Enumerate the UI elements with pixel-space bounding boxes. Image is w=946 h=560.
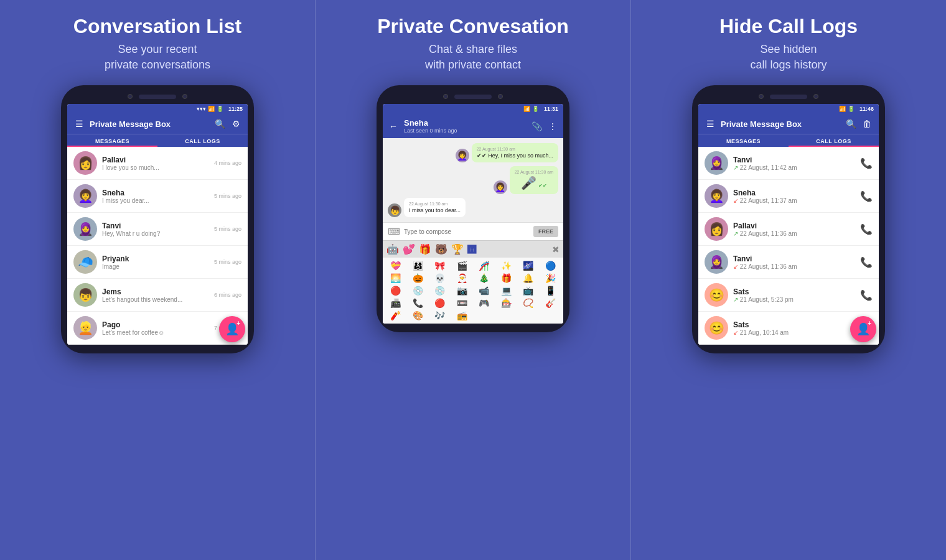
- more-icon[interactable]: ⋮: [547, 121, 558, 131]
- menu-icon-3[interactable]: ☰: [705, 119, 716, 129]
- emoji-36[interactable]: 📻: [452, 310, 473, 321]
- attachment-icon[interactable]: 📎: [531, 121, 542, 131]
- phone-2: 📶 🔋 11:31 ← Sneha Last seen 0 mins ago 📎…: [377, 85, 569, 332]
- emoji-24[interactable]: 📱: [540, 285, 561, 296]
- menu-icon-1[interactable]: ☰: [73, 119, 85, 129]
- avatar-call-pallavi-1: 👩: [705, 217, 728, 241]
- plus-icon-3: +: [868, 320, 871, 327]
- avatar-call-tanvi-2: 🧕: [705, 250, 728, 274]
- call-item-sneha-1[interactable]: 👩‍🦱 Sneha ↙ 22 August, 11:37 am 📞: [698, 180, 879, 213]
- emoji-14[interactable]: 🎁: [496, 273, 517, 284]
- settings-icon-1[interactable]: ⚙: [230, 119, 241, 129]
- convo-item-tanvi[interactable]: 🧕 Tanvi Hey, What r u doing? 5 mins ago: [67, 213, 248, 246]
- emoji-toolbar: 🤖 💕 🎁 🐻 🏆 🅰 ✖: [383, 240, 563, 258]
- emoji-31[interactable]: 📿: [518, 297, 539, 309]
- convo-time-priyank: 5 mins ago: [214, 259, 241, 265]
- emoji-32[interactable]: 🎸: [540, 297, 561, 309]
- emoji-2[interactable]: 👨‍👩‍👧: [408, 260, 429, 271]
- emoji-tab-hearts[interactable]: 💕: [403, 243, 415, 255]
- phone-3-screen: 📶 🔋 11:46 ☰ Private Message Box 🔍 🗑 MESS…: [698, 104, 879, 345]
- tab-messages-3[interactable]: MESSAGES: [698, 134, 789, 147]
- emoji-5[interactable]: 🎢: [474, 260, 495, 271]
- tabs-1: MESSAGES CALL LOGS: [67, 134, 248, 147]
- call-item-tanvi-1[interactable]: 🧕 Tanvi ↗ 22 August, 11:42 am 📞: [698, 147, 879, 180]
- emoji-25[interactable]: 📠: [385, 297, 406, 309]
- emoji-3[interactable]: 🎀: [429, 260, 451, 271]
- emoji-6[interactable]: ✨: [496, 260, 517, 271]
- search-icon-3[interactable]: 🔍: [845, 119, 856, 129]
- call-item-sats-1[interactable]: 😊 Sats ↗ 21 August, 5:23 pm 📞: [698, 279, 879, 312]
- msg-bubble-3: 22 August 11:30 am I miss you too dear..…: [404, 198, 466, 217]
- chat-contact-info: Sneha Last seen 0 mins ago: [404, 118, 526, 134]
- phone-1: ▾▾▾ 📶 🔋 11:25 ☰ Private Message Box 🔍 ⚙ …: [61, 85, 254, 353]
- signal-icon: 📶: [208, 106, 215, 112]
- emoji-15[interactable]: 🔔: [518, 273, 539, 284]
- mini-avatar-out-2: 👩‍🦱: [494, 180, 507, 194]
- emoji-18[interactable]: 💿: [408, 285, 429, 296]
- emoji-12[interactable]: 🎅: [452, 273, 473, 284]
- emoji-tab-gift[interactable]: 🎁: [419, 243, 431, 255]
- emoji-34[interactable]: 🎨: [408, 310, 429, 321]
- call-info-pallavi-1: Pallavi ↗ 22 August, 11:36 am: [733, 222, 855, 237]
- emoji-27[interactable]: 🔴: [429, 297, 451, 309]
- call-item-pallavi-1[interactable]: 👩 Pallavi ↗ 22 August, 11:36 am 📞: [698, 213, 879, 246]
- emoji-close-icon[interactable]: ✖: [552, 245, 560, 254]
- emoji-16[interactable]: 🎉: [540, 273, 561, 284]
- chat-contact-status: Last seen 0 mins ago: [404, 128, 526, 134]
- emoji-19[interactable]: 💿: [429, 285, 451, 296]
- emoji-tab-text[interactable]: 🅰: [467, 245, 476, 254]
- emoji-33[interactable]: 🧨: [385, 310, 406, 321]
- emoji-21[interactable]: 📹: [474, 285, 495, 296]
- emoji-26[interactable]: 📞: [408, 297, 429, 309]
- emoji-17[interactable]: 🔴: [385, 285, 406, 296]
- convo-item-jems[interactable]: 👦 Jems Let's hangout this weekend... 6 m…: [67, 279, 248, 312]
- delete-icon-3[interactable]: 🗑: [861, 119, 873, 129]
- emoji-8[interactable]: 🔵: [540, 260, 561, 271]
- chat-app-bar: ← Sneha Last seen 0 mins ago 📎 ⋮: [383, 114, 563, 138]
- emoji-29[interactable]: 🎮: [474, 297, 495, 309]
- convo-item-pallavi[interactable]: 👩 Pallavi I love you so much... 4 mins a…: [67, 147, 248, 180]
- msg-time-2: 22 August 11:30 am: [515, 170, 553, 174]
- convo-preview-pago: Let's meet for coffee☺: [102, 329, 209, 336]
- emoji-1[interactable]: 💝: [385, 260, 406, 271]
- emoji-4[interactable]: 🎬: [452, 260, 473, 271]
- call-phone-icon-5: 📞: [860, 289, 873, 301]
- emoji-tab-robot[interactable]: 🤖: [386, 243, 399, 255]
- avatar-pallavi: 👩: [73, 151, 97, 175]
- emoji-tab-bear[interactable]: 🐻: [435, 243, 447, 255]
- fab-add-contact-1[interactable]: 👤 +: [219, 316, 245, 342]
- call-info-sats-1: Sats ↗ 21 August, 5:23 pm: [733, 287, 855, 303]
- tab-calllogs-3[interactable]: CALL LOGS: [789, 134, 879, 147]
- emoji-35[interactable]: 🎶: [429, 310, 451, 321]
- call-item-tanvi-2[interactable]: 🧕 Tanvi ↙ 22 August, 11:36 am 📞: [698, 246, 879, 279]
- phone-speaker-3: [770, 95, 807, 99]
- msg-bubble-2: 22 August 11:30 am 🎤 ✔✔: [510, 166, 558, 194]
- fab-add-contact-3[interactable]: 👤 +: [850, 316, 876, 342]
- call-name-sats-1: Sats: [733, 287, 855, 296]
- tab-messages-1[interactable]: MESSAGES: [67, 134, 157, 147]
- convo-preview-jems: Let's hangout this weekend...: [102, 296, 209, 303]
- emoji-10[interactable]: 🎃: [408, 273, 429, 284]
- emoji-11[interactable]: 💀: [429, 273, 451, 284]
- emoji-13[interactable]: 🎄: [474, 273, 495, 284]
- keyboard-icon: ⌨: [388, 226, 400, 236]
- mini-avatar-in-1: 👦: [388, 203, 401, 217]
- back-icon[interactable]: ←: [388, 121, 399, 131]
- emoji-9[interactable]: 🌅: [385, 273, 406, 284]
- convo-item-sneha[interactable]: 👩‍🦱 Sneha I miss you dear... 5 mins ago: [67, 180, 248, 213]
- search-icon-1[interactable]: 🔍: [214, 119, 225, 129]
- tab-calllogs-1[interactable]: CALL LOGS: [157, 134, 248, 147]
- emoji-28[interactable]: 📼: [452, 297, 473, 309]
- convo-item-priyank[interactable]: 🧢 Priyank Image 5 mins ago: [67, 246, 248, 279]
- call-name-tanvi-1: Tanvi: [733, 156, 855, 164]
- mini-avatar-out-1: 👩‍🦱: [456, 149, 469, 162]
- emoji-30[interactable]: 🎰: [496, 297, 517, 309]
- convo-name-pago: Pago: [102, 320, 209, 329]
- emoji-20[interactable]: 📷: [452, 285, 473, 296]
- emoji-23[interactable]: 📺: [518, 285, 539, 296]
- emoji-7[interactable]: 🌌: [518, 260, 539, 271]
- compose-free-btn[interactable]: FREE: [533, 226, 558, 237]
- compose-input[interactable]: [404, 228, 530, 235]
- emoji-tab-trophy[interactable]: 🏆: [451, 243, 464, 255]
- emoji-22[interactable]: 💻: [496, 285, 517, 296]
